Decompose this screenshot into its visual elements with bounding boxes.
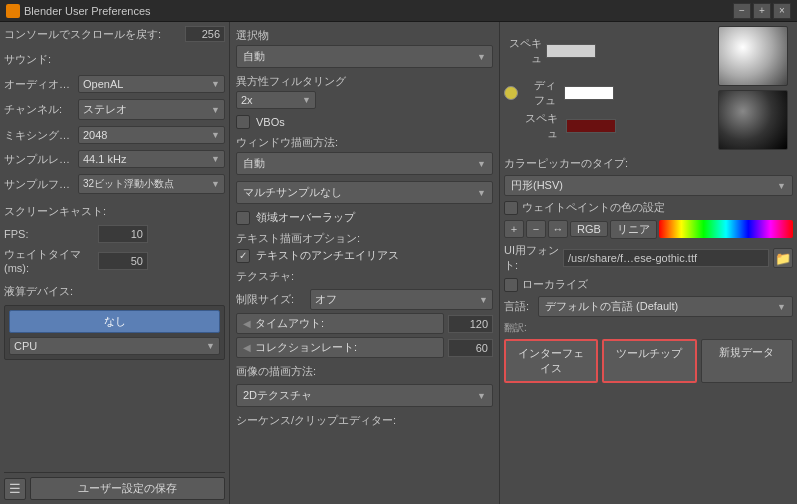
diffu-label: ディフュ [524, 78, 556, 108]
font-browse-button[interactable]: 📁 [773, 248, 793, 268]
localize-checkbox[interactable] [504, 278, 518, 292]
channel-dropdown[interactable]: ステレオ ▼ [78, 99, 225, 120]
sequence-label: シーケンス/クリップエディター: [236, 413, 493, 428]
audio-dropdown[interactable]: OpenAL ▼ [78, 75, 225, 93]
swap-button[interactable]: ↔ [548, 220, 568, 238]
chevron-down-icon: ▼ [211, 179, 220, 189]
color-picker-dropdown[interactable]: 円形(HSV) ▼ [504, 175, 793, 196]
chevron-down-icon: ▼ [477, 391, 486, 401]
linear-label[interactable]: リニア [610, 220, 657, 239]
screencast-label: スクリーンキャスト: [4, 205, 106, 217]
scroll-label: コンソールでスクロールを戻す: [4, 27, 181, 42]
mixing-dropdown[interactable]: 2048 ▼ [78, 126, 225, 144]
save-settings-button[interactable]: ユーザー設定の保存 [30, 477, 225, 500]
limit-size-dropdown[interactable]: オフ ▼ [310, 289, 493, 310]
timeout-value[interactable] [448, 315, 493, 333]
diffu-color-swatch[interactable] [564, 86, 614, 100]
collection-rate-slider[interactable]: ◀ コレクションレート: [236, 337, 444, 358]
sample-format-label: サンプルフ… [4, 177, 74, 192]
localize-label: ローカライズ [522, 277, 588, 292]
sphere-preview-white [718, 26, 788, 86]
limit-size-label: 制限サイズ: [236, 292, 306, 307]
channel-label: チャンネル: [4, 102, 74, 117]
rainbow-gradient-bar [659, 220, 793, 238]
aniso-label: 異方性フィルタリング [236, 74, 493, 89]
font-path-input[interactable] [563, 249, 769, 267]
font-label: UI用フォント: [504, 243, 559, 273]
specu-color-swatch[interactable] [566, 119, 616, 133]
region-overlap-checkbox[interactable] [236, 211, 250, 225]
chevron-down-icon: ▼ [477, 52, 486, 62]
collection-value[interactable] [448, 339, 493, 357]
chevron-down-icon: ▼ [777, 302, 786, 312]
chevron-down-icon: ▼ [211, 79, 220, 89]
sample-rate-dropdown[interactable]: 44.1 kHz ▼ [78, 150, 225, 168]
device-section-label: 液算デバイス: [4, 285, 73, 297]
chevron-down-icon: ▼ [302, 95, 311, 105]
chevron-down-icon: ▼ [211, 130, 220, 140]
timeout-slider[interactable]: ◀ タイムアウト: [236, 313, 444, 334]
subtract-button[interactable]: − [526, 220, 546, 238]
close-button[interactable]: × [773, 3, 791, 19]
chevron-down-icon: ▼ [777, 181, 786, 191]
rgb-label[interactable]: RGB [570, 221, 608, 237]
middle-panel: 選択物 自動 ▼ 異方性フィルタリング 2x ▼ VBOs ウィンドウ描画方法: [230, 22, 500, 504]
anti-alias-checkbox[interactable] [236, 249, 250, 263]
vbo-label: VBOs [256, 116, 285, 128]
add-button[interactable]: + [504, 220, 524, 238]
scroll-value-input[interactable] [185, 26, 225, 42]
image-method-label: 画像の描画方法: [236, 364, 493, 379]
left-panel: コンソールでスクロールを戻す: サウンド: オーディオ… OpenAL ▼ チャ… [0, 22, 230, 504]
specu-label: スペキュ [520, 111, 558, 141]
chevron-down-icon: ▼ [479, 295, 488, 305]
fps-label: FPS: [4, 228, 94, 240]
window-method-dropdown[interactable]: 自動 ▼ [236, 152, 493, 175]
specu-top-label: スペキュ [504, 36, 542, 66]
text-draw-label: テキスト描画オプション: [236, 231, 493, 246]
sample-rate-label: サンプルレ… [4, 152, 74, 167]
chevron-down-icon: ▼ [477, 188, 486, 198]
blender-icon [6, 4, 20, 18]
window-title: Blender User Preferences [24, 5, 151, 17]
select-dropdown[interactable]: 自動 ▼ [236, 45, 493, 68]
chevron-down-icon: ▼ [211, 105, 220, 115]
bulb-icon [504, 86, 518, 100]
specu-top-color-swatch[interactable] [546, 44, 596, 58]
tooltip-button[interactable]: ツールチップ [602, 339, 696, 383]
chevron-down-icon: ▼ [477, 159, 486, 169]
sphere-preview-black [718, 90, 788, 150]
lang-label: 言語: [504, 299, 534, 314]
color-picker-type-label: カラーピッカーのタイプ: [504, 156, 793, 171]
mixing-label: ミキシング… [4, 128, 74, 143]
select-section-label: 選択物 [236, 28, 493, 43]
chevron-down-icon: ▼ [211, 154, 220, 164]
multi-sample-dropdown[interactable]: マルチサンプルなし ▼ [236, 181, 493, 204]
new-data-button[interactable]: 新規データ [701, 339, 793, 383]
title-bar: Blender User Preferences − + × [0, 0, 797, 22]
cpu-dropdown[interactable]: CPU ▼ [9, 337, 220, 355]
sound-section-label: サウンド: [4, 53, 51, 65]
chevron-down-icon: ▼ [206, 341, 215, 351]
weight-timer-label: ウェイトタイマ(ms): [4, 247, 94, 274]
region-overlap-label: 領域オーバーラップ [256, 210, 355, 225]
weight-paint-checkbox[interactable] [504, 201, 518, 215]
interface-button[interactable]: インターフェイス [504, 339, 598, 383]
fps-input[interactable] [98, 225, 148, 243]
translation-note: 翻訳: [504, 322, 527, 333]
lang-dropdown[interactable]: デフォルトの言語 (Default) ▼ [538, 296, 793, 317]
texture-label: テクスチャ: [236, 269, 493, 284]
anti-alias-label: テキストのアンチエイリアス [256, 248, 399, 263]
none-button[interactable]: なし [9, 310, 220, 333]
vbo-checkbox[interactable] [236, 115, 250, 129]
aniso-dropdown[interactable]: 2x ▼ [236, 91, 316, 109]
menu-icon-button[interactable]: ☰ [4, 478, 26, 500]
right-panel: スペキュ ディフュ スペキュ [500, 22, 797, 504]
audio-label: オーディオ… [4, 77, 74, 92]
weight-paint-label: ウェイトペイントの色の設定 [522, 200, 665, 215]
weight-timer-input[interactable] [98, 252, 148, 270]
sample-format-dropdown[interactable]: 32ビット浮動小数点 ▼ [78, 174, 225, 194]
maximize-button[interactable]: + [753, 3, 771, 19]
window-method-label: ウィンドウ描画方法: [236, 135, 493, 150]
image-method-dropdown[interactable]: 2Dテクスチャ ▼ [236, 384, 493, 407]
minimize-button[interactable]: − [733, 3, 751, 19]
